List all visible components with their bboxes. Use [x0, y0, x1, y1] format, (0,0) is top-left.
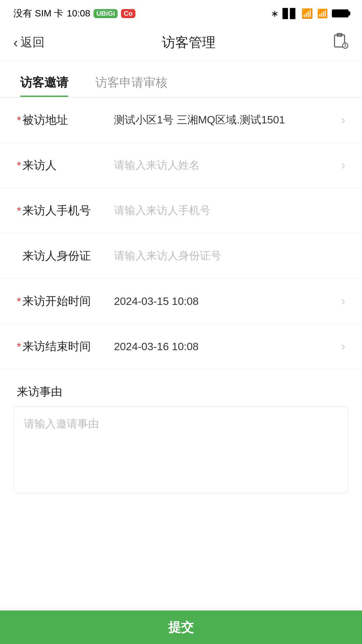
- end-time-value: 2024-03-16 10:08: [114, 340, 336, 353]
- end-time-row[interactable]: * 来访结束时间 2024-03-16 10:08 ›: [0, 324, 362, 369]
- address-label: * 被访地址: [17, 112, 104, 128]
- required-star-end: *: [17, 340, 21, 353]
- back-arrow-icon: ‹: [13, 36, 18, 49]
- back-button[interactable]: ‹ 返回: [13, 34, 45, 51]
- address-value: 测试小区1号 三湘MQ区域.测试1501: [114, 113, 336, 127]
- end-time-chevron-icon: ›: [341, 339, 345, 354]
- submit-button[interactable]: 提交: [0, 610, 362, 644]
- status-bar: 没有 SIM 卡 10:08 UBiGi Co ∗ ▊▊ 📶 📶: [0, 0, 362, 24]
- wifi-icon: 📶: [301, 8, 313, 19]
- required-star-visitor: *: [17, 159, 21, 172]
- carrier-text: 没有 SIM 卡: [13, 7, 63, 20]
- vibrate-icon: ▊▊: [283, 8, 297, 19]
- bottom-spacer: [0, 507, 362, 547]
- visitor-row[interactable]: * 来访人 请输入来访人姓名 ›: [0, 143, 362, 188]
- idcard-value: 请输入来访人身份证号: [114, 249, 345, 263]
- required-star-start: *: [17, 295, 21, 308]
- visitor-chevron-icon: ›: [341, 158, 345, 172]
- form-section: * 被访地址 测试小区1号 三湘MQ区域.测试1501 › * 来访人 请输入来…: [0, 98, 362, 369]
- bluetooth-icon: ∗: [271, 8, 279, 19]
- visitor-value: 请输入来访人姓名: [114, 158, 336, 173]
- idcard-row[interactable]: * 来访人身份证 请输入来访人身份证号: [0, 233, 362, 279]
- required-star-phone: *: [17, 204, 21, 217]
- svg-point-4: [345, 46, 346, 47]
- record-icon[interactable]: [333, 33, 349, 52]
- back-label: 返回: [20, 34, 45, 51]
- start-time-row[interactable]: * 来访开始时间 2024-03-15 10:08 ›: [0, 279, 362, 324]
- start-time-value: 2024-03-15 10:08: [114, 295, 336, 308]
- required-star-address: *: [17, 114, 21, 127]
- status-right: ∗ ▊▊ 📶 📶: [271, 8, 349, 19]
- tab-visitor-review[interactable]: 访客申请审核: [95, 74, 168, 97]
- phone-row[interactable]: * 来访人手机号 请输入来访人手机号: [0, 188, 362, 233]
- start-time-chevron-icon: ›: [341, 294, 345, 308]
- phone-value: 请输入来访人手机号: [114, 203, 345, 218]
- page-title: 访客管理: [162, 33, 216, 52]
- tab-bar: 访客邀请 访客申请审核: [0, 61, 362, 98]
- header: ‹ 返回 访客管理: [0, 24, 362, 61]
- address-chevron-icon: ›: [341, 113, 345, 127]
- visitor-label: * 来访人: [17, 158, 104, 173]
- signal-icon: 📶: [317, 8, 328, 19]
- app-badge-ubigi: UBiGi: [94, 9, 118, 18]
- tab-invite-label: 访客邀请: [20, 74, 68, 91]
- end-time-label: * 来访结束时间: [17, 339, 104, 354]
- start-time-label: * 来访开始时间: [17, 293, 104, 309]
- battery-icon: [332, 9, 349, 17]
- reason-section: 来访事由: [0, 369, 362, 406]
- tab-review-label: 访客申请审核: [95, 74, 168, 91]
- time-text: 10:08: [67, 8, 90, 19]
- address-row[interactable]: * 被访地址 测试小区1号 三湘MQ区域.测试1501 ›: [0, 98, 362, 143]
- tab-visitor-invite[interactable]: 访客邀请: [20, 74, 68, 97]
- status-left: 没有 SIM 卡 10:08 UBiGi Co: [13, 7, 135, 20]
- reason-textarea-wrapper[interactable]: 请输入邀请事由: [13, 406, 349, 493]
- reason-textarea-placeholder: 请输入邀请事由: [24, 418, 99, 430]
- app-badge-co: Co: [121, 9, 135, 18]
- idcard-label: * 来访人身份证: [17, 248, 104, 264]
- reason-label: 来访事由: [17, 385, 62, 398]
- phone-label: * 来访人手机号: [17, 203, 104, 218]
